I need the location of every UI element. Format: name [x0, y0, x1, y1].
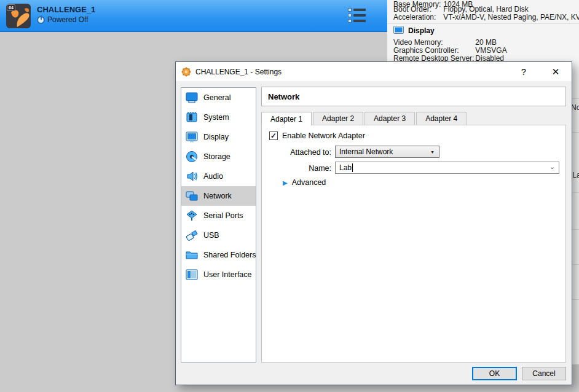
storage-icon: [185, 150, 199, 163]
tab-adapter-3[interactable]: Adapter 3: [364, 112, 415, 125]
tab-adapter-1[interactable]: Adapter 1: [261, 112, 312, 125]
ok-button[interactable]: OK: [472, 367, 517, 380]
vm-64bit-badge: 64: [7, 4, 15, 11]
advanced-expander[interactable]: ▶ Advanced: [283, 178, 326, 187]
adapter-tabs: Adapter 1 Adapter 2 Adapter 3 Adapter 4: [261, 112, 468, 125]
usb-icon: [185, 229, 199, 242]
settings-gear-icon: [181, 67, 191, 77]
audio-icon: [185, 170, 199, 183]
vm-state-row: Powered Off: [37, 15, 88, 24]
shared-folders-icon: [185, 248, 199, 262]
text-cursor: [352, 163, 353, 172]
tab-adapter-2[interactable]: Adapter 2: [313, 112, 363, 125]
general-icon: [185, 91, 199, 104]
close-button[interactable]: ✕: [543, 62, 568, 81]
power-off-icon: [37, 16, 45, 24]
detail-row-graphics-controller: Graphics Controller: VMSVGA: [393, 46, 507, 55]
help-button[interactable]: ?: [511, 62, 536, 81]
network-name-input[interactable]: Lab ⌄: [335, 162, 559, 174]
cancel-button[interactable]: Cancel: [522, 367, 566, 380]
page-title: Network: [268, 92, 299, 101]
vm-tools-menu-icon[interactable]: [348, 8, 368, 24]
dialog-title: CHALLENGE_1 - Settings: [195, 68, 282, 76]
enable-adapter-row: ✓ Enable Network Adapter: [269, 131, 365, 140]
sidebar-item-serial-ports[interactable]: Serial Ports: [181, 206, 256, 225]
sidebar-item-usb[interactable]: USB: [181, 225, 256, 245]
detail-row-boot-order: Boot Order: Floppy, Optical, Hard Disk: [393, 5, 529, 14]
sidebar-item-system[interactable]: System: [181, 108, 256, 127]
sidebar-item-network[interactable]: Network: [181, 186, 256, 206]
attached-to-value: Internal Network: [339, 147, 430, 156]
detail-row-video-memory: Video Memory: 20 MB: [393, 38, 497, 47]
sidebar-item-general[interactable]: General: [181, 88, 256, 108]
display-section-icon: [393, 26, 404, 35]
sidebar-item-audio[interactable]: Audio: [181, 167, 256, 186]
name-label: Name:: [264, 164, 331, 173]
detail-row-acceleration: Acceleration: VT-x/AMD-V, Nested Paging,…: [393, 13, 579, 22]
sidebar-item-shared-folders[interactable]: Shared Folders: [181, 245, 256, 265]
vm-os-icon: 64: [6, 4, 31, 28]
vm-name: CHALLENGE_1: [37, 5, 95, 14]
adapter-pane: ✓ Enable Network Adapter Attached to: In…: [261, 125, 566, 363]
page-title-box: Network: [261, 87, 566, 106]
dropdown-arrow-icon: ▼: [430, 150, 435, 154]
vm-list-selected-row[interactable]: 64 CHALLENGE_1 Powered Off: [0, 0, 387, 32]
details-section-divider: [387, 23, 579, 24]
expander-arrow-icon: ▶: [283, 179, 288, 186]
serial-ports-icon: [185, 209, 199, 222]
dialog-titlebar[interactable]: CHALLENGE_1 - Settings ? ✕: [176, 62, 572, 81]
attached-to-label: Attached to:: [264, 148, 331, 157]
settings-sidebar: General System Display Sto: [181, 87, 256, 363]
vm-state-label: Powered Off: [47, 15, 88, 24]
settings-dialog: CHALLENGE_1 - Settings ? ✕ General Syste…: [175, 61, 572, 385]
display-icon: [185, 130, 199, 144]
system-icon: [185, 111, 199, 124]
combo-chevron-icon: ⌄: [549, 163, 555, 171]
enable-adapter-label: Enable Network Adapter: [282, 131, 365, 140]
sidebar-item-display[interactable]: Display: [181, 127, 256, 147]
sidebar-item-user-interface[interactable]: User Interface: [181, 265, 256, 284]
attached-to-dropdown[interactable]: Internal Network ▼: [335, 146, 439, 158]
display-section-header[interactable]: Display: [393, 26, 435, 35]
advanced-label: Advanced: [292, 178, 326, 187]
enable-adapter-checkbox[interactable]: ✓: [269, 131, 278, 140]
sidebar-item-storage[interactable]: Storage: [181, 147, 256, 167]
tab-adapter-4[interactable]: Adapter 4: [416, 112, 467, 125]
user-interface-icon: [185, 268, 199, 281]
network-icon: [185, 189, 199, 203]
network-name-value: Lab: [339, 163, 352, 172]
